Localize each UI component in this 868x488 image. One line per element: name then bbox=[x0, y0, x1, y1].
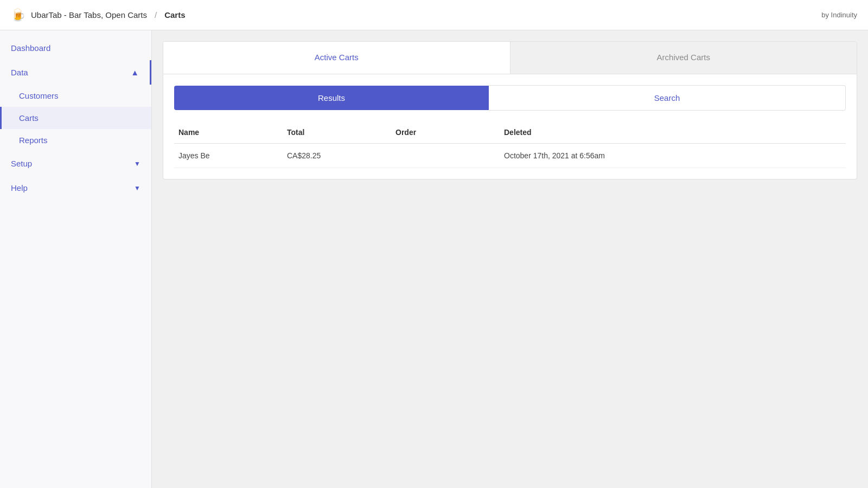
top-bar: 🍺 UbarTab - Bar Tabs, Open Carts / Carts… bbox=[0, 0, 868, 30]
tab-active-carts-label: Active Carts bbox=[315, 53, 359, 62]
col-header-name: Name bbox=[174, 121, 283, 144]
sidebar-item-customers-label: Customers bbox=[19, 91, 59, 100]
sidebar-item-carts[interactable]: Carts bbox=[0, 107, 151, 129]
current-page-label: Carts bbox=[164, 10, 185, 20]
action-bar: Results Search bbox=[174, 85, 846, 111]
app-name: UbarTab - Bar Tabs, Open Carts bbox=[31, 10, 147, 20]
sidebar-item-carts-label: Carts bbox=[19, 113, 39, 123]
sidebar-item-data[interactable]: Data ▲ bbox=[0, 60, 151, 85]
table-header-row: Name Total Order Deleted bbox=[174, 121, 846, 144]
sidebar-item-help-label: Help bbox=[11, 183, 28, 192]
col-header-order: Order bbox=[391, 121, 500, 144]
search-button[interactable]: Search bbox=[489, 85, 846, 111]
sidebar-item-dashboard-label: Dashboard bbox=[11, 43, 50, 53]
cell-order bbox=[391, 144, 500, 168]
main-layout: Dashboard Data ▲ Customers Carts Reports… bbox=[0, 30, 868, 488]
col-header-deleted: Deleted bbox=[500, 121, 846, 144]
col-header-total: Total bbox=[283, 121, 391, 144]
results-button[interactable]: Results bbox=[174, 86, 489, 110]
sidebar-item-setup[interactable]: Setup ▼ bbox=[0, 151, 151, 176]
setup-arrow-icon: ▼ bbox=[134, 160, 141, 168]
app-icon: 🍺 bbox=[11, 8, 25, 22]
cell-name: Jayes Be bbox=[174, 144, 283, 168]
sidebar-item-reports-label: Reports bbox=[19, 136, 48, 145]
tab-active-carts[interactable]: Active Carts bbox=[163, 42, 510, 74]
sidebar-item-reports[interactable]: Reports bbox=[0, 129, 151, 151]
tabs-container: Active Carts Archived Carts bbox=[163, 41, 857, 74]
sidebar-data-section: Data ▲ Customers Carts Reports bbox=[0, 60, 151, 151]
table-row[interactable]: Jayes BeCA$28.25October 17th, 2021 at 6:… bbox=[174, 144, 846, 168]
main-content: Active Carts Archived Carts Results Sear… bbox=[152, 30, 868, 488]
cell-total: CA$28.25 bbox=[283, 144, 391, 168]
sidebar-item-help[interactable]: Help ▼ bbox=[0, 176, 151, 200]
sidebar-item-dashboard[interactable]: Dashboard bbox=[0, 36, 151, 60]
tab-archived-carts[interactable]: Archived Carts bbox=[510, 42, 857, 74]
sidebar-item-customers[interactable]: Customers bbox=[0, 85, 151, 107]
carts-table: Name Total Order Deleted Jayes BeCA$28.2… bbox=[174, 121, 846, 168]
content-panel: Results Search Name Total Order Deleted … bbox=[163, 74, 857, 179]
app-title-area: 🍺 UbarTab - Bar Tabs, Open Carts / Carts bbox=[11, 8, 186, 22]
sidebar: Dashboard Data ▲ Customers Carts Reports… bbox=[0, 30, 152, 488]
cell-deleted: October 17th, 2021 at 6:56am bbox=[500, 144, 846, 168]
data-arrow-icon: ▲ bbox=[131, 68, 139, 77]
breadcrumb-separator: / bbox=[155, 10, 157, 20]
tab-archived-carts-label: Archived Carts bbox=[657, 53, 710, 62]
help-arrow-icon: ▼ bbox=[134, 184, 141, 192]
sidebar-item-data-label: Data bbox=[11, 68, 28, 77]
by-label: by Indinuity bbox=[821, 11, 857, 19]
sidebar-item-setup-label: Setup bbox=[11, 159, 32, 168]
